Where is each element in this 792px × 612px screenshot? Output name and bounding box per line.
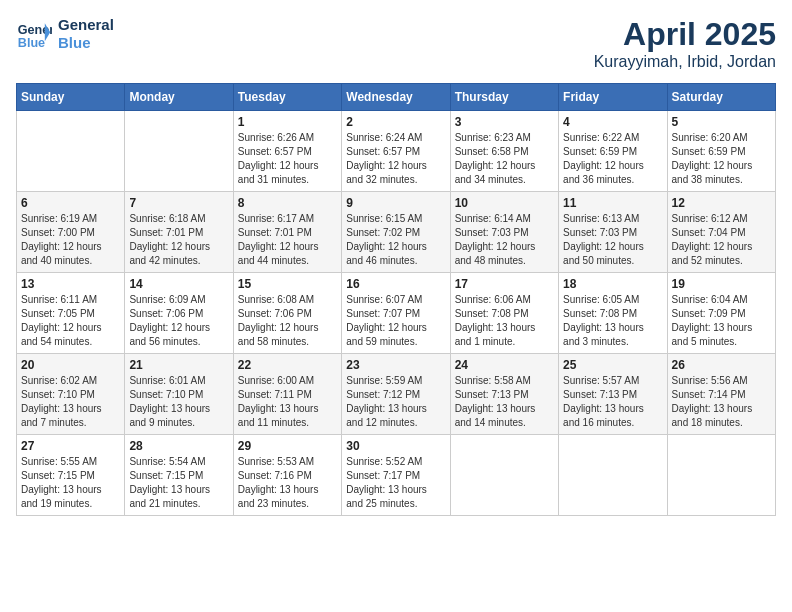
day-number: 18 (563, 277, 662, 291)
calendar-cell: 30Sunrise: 5:52 AM Sunset: 7:17 PM Dayli… (342, 435, 450, 516)
day-number: 12 (672, 196, 771, 210)
day-number: 26 (672, 358, 771, 372)
logo-icon: General Blue (16, 16, 52, 52)
weekday-row: SundayMondayTuesdayWednesdayThursdayFrid… (17, 84, 776, 111)
day-number: 17 (455, 277, 554, 291)
day-number: 11 (563, 196, 662, 210)
day-number: 6 (21, 196, 120, 210)
day-number: 20 (21, 358, 120, 372)
calendar-cell: 16Sunrise: 6:07 AM Sunset: 7:07 PM Dayli… (342, 273, 450, 354)
day-number: 1 (238, 115, 337, 129)
day-detail: Sunrise: 6:19 AM Sunset: 7:00 PM Dayligh… (21, 212, 120, 268)
day-number: 13 (21, 277, 120, 291)
calendar-cell: 10Sunrise: 6:14 AM Sunset: 7:03 PM Dayli… (450, 192, 558, 273)
weekday-header: Monday (125, 84, 233, 111)
day-number: 21 (129, 358, 228, 372)
day-number: 14 (129, 277, 228, 291)
day-number: 25 (563, 358, 662, 372)
calendar-cell: 14Sunrise: 6:09 AM Sunset: 7:06 PM Dayli… (125, 273, 233, 354)
calendar-cell (667, 435, 775, 516)
day-detail: Sunrise: 6:22 AM Sunset: 6:59 PM Dayligh… (563, 131, 662, 187)
day-number: 22 (238, 358, 337, 372)
calendar-cell: 6Sunrise: 6:19 AM Sunset: 7:00 PM Daylig… (17, 192, 125, 273)
calendar-week-row: 6Sunrise: 6:19 AM Sunset: 7:00 PM Daylig… (17, 192, 776, 273)
day-detail: Sunrise: 5:52 AM Sunset: 7:17 PM Dayligh… (346, 455, 445, 511)
weekday-header: Tuesday (233, 84, 341, 111)
calendar-header: SundayMondayTuesdayWednesdayThursdayFrid… (17, 84, 776, 111)
calendar-cell: 17Sunrise: 6:06 AM Sunset: 7:08 PM Dayli… (450, 273, 558, 354)
day-detail: Sunrise: 6:00 AM Sunset: 7:11 PM Dayligh… (238, 374, 337, 430)
day-detail: Sunrise: 5:58 AM Sunset: 7:13 PM Dayligh… (455, 374, 554, 430)
header: General Blue General Blue April 2025 Kur… (16, 16, 776, 71)
day-number: 28 (129, 439, 228, 453)
day-number: 16 (346, 277, 445, 291)
day-detail: Sunrise: 6:09 AM Sunset: 7:06 PM Dayligh… (129, 293, 228, 349)
calendar-cell: 7Sunrise: 6:18 AM Sunset: 7:01 PM Daylig… (125, 192, 233, 273)
weekday-header: Thursday (450, 84, 558, 111)
logo-line2: Blue (58, 34, 114, 52)
calendar-cell (17, 111, 125, 192)
calendar-cell: 27Sunrise: 5:55 AM Sunset: 7:15 PM Dayli… (17, 435, 125, 516)
svg-text:Blue: Blue (18, 36, 45, 50)
calendar-cell: 21Sunrise: 6:01 AM Sunset: 7:10 PM Dayli… (125, 354, 233, 435)
day-detail: Sunrise: 6:14 AM Sunset: 7:03 PM Dayligh… (455, 212, 554, 268)
calendar-cell: 8Sunrise: 6:17 AM Sunset: 7:01 PM Daylig… (233, 192, 341, 273)
day-detail: Sunrise: 6:12 AM Sunset: 7:04 PM Dayligh… (672, 212, 771, 268)
day-detail: Sunrise: 6:04 AM Sunset: 7:09 PM Dayligh… (672, 293, 771, 349)
calendar-cell: 9Sunrise: 6:15 AM Sunset: 7:02 PM Daylig… (342, 192, 450, 273)
day-number: 29 (238, 439, 337, 453)
calendar-body: 1Sunrise: 6:26 AM Sunset: 6:57 PM Daylig… (17, 111, 776, 516)
day-number: 3 (455, 115, 554, 129)
calendar-cell: 2Sunrise: 6:24 AM Sunset: 6:57 PM Daylig… (342, 111, 450, 192)
month-title: April 2025 (594, 16, 776, 53)
calendar-cell: 24Sunrise: 5:58 AM Sunset: 7:13 PM Dayli… (450, 354, 558, 435)
day-detail: Sunrise: 5:59 AM Sunset: 7:12 PM Dayligh… (346, 374, 445, 430)
calendar-cell: 23Sunrise: 5:59 AM Sunset: 7:12 PM Dayli… (342, 354, 450, 435)
day-detail: Sunrise: 5:57 AM Sunset: 7:13 PM Dayligh… (563, 374, 662, 430)
calendar-cell: 18Sunrise: 6:05 AM Sunset: 7:08 PM Dayli… (559, 273, 667, 354)
day-detail: Sunrise: 6:06 AM Sunset: 7:08 PM Dayligh… (455, 293, 554, 349)
day-detail: Sunrise: 5:53 AM Sunset: 7:16 PM Dayligh… (238, 455, 337, 511)
day-number: 2 (346, 115, 445, 129)
calendar-cell: 15Sunrise: 6:08 AM Sunset: 7:06 PM Dayli… (233, 273, 341, 354)
day-detail: Sunrise: 6:08 AM Sunset: 7:06 PM Dayligh… (238, 293, 337, 349)
day-detail: Sunrise: 6:01 AM Sunset: 7:10 PM Dayligh… (129, 374, 228, 430)
day-detail: Sunrise: 6:13 AM Sunset: 7:03 PM Dayligh… (563, 212, 662, 268)
calendar-cell (125, 111, 233, 192)
day-detail: Sunrise: 6:05 AM Sunset: 7:08 PM Dayligh… (563, 293, 662, 349)
day-detail: Sunrise: 6:23 AM Sunset: 6:58 PM Dayligh… (455, 131, 554, 187)
day-detail: Sunrise: 5:56 AM Sunset: 7:14 PM Dayligh… (672, 374, 771, 430)
day-detail: Sunrise: 6:11 AM Sunset: 7:05 PM Dayligh… (21, 293, 120, 349)
calendar-cell: 12Sunrise: 6:12 AM Sunset: 7:04 PM Dayli… (667, 192, 775, 273)
calendar-cell: 25Sunrise: 5:57 AM Sunset: 7:13 PM Dayli… (559, 354, 667, 435)
day-detail: Sunrise: 6:24 AM Sunset: 6:57 PM Dayligh… (346, 131, 445, 187)
day-detail: Sunrise: 6:18 AM Sunset: 7:01 PM Dayligh… (129, 212, 228, 268)
calendar-week-row: 1Sunrise: 6:26 AM Sunset: 6:57 PM Daylig… (17, 111, 776, 192)
weekday-header: Wednesday (342, 84, 450, 111)
calendar-week-row: 13Sunrise: 6:11 AM Sunset: 7:05 PM Dayli… (17, 273, 776, 354)
location-title: Kurayyimah, Irbid, Jordan (594, 53, 776, 71)
logo-line1: General (58, 16, 114, 34)
calendar-cell: 1Sunrise: 6:26 AM Sunset: 6:57 PM Daylig… (233, 111, 341, 192)
day-number: 15 (238, 277, 337, 291)
day-detail: Sunrise: 5:54 AM Sunset: 7:15 PM Dayligh… (129, 455, 228, 511)
calendar-cell (559, 435, 667, 516)
calendar-cell (450, 435, 558, 516)
calendar-cell: 5Sunrise: 6:20 AM Sunset: 6:59 PM Daylig… (667, 111, 775, 192)
day-number: 9 (346, 196, 445, 210)
day-number: 30 (346, 439, 445, 453)
calendar-cell: 4Sunrise: 6:22 AM Sunset: 6:59 PM Daylig… (559, 111, 667, 192)
calendar-cell: 26Sunrise: 5:56 AM Sunset: 7:14 PM Dayli… (667, 354, 775, 435)
calendar-cell: 28Sunrise: 5:54 AM Sunset: 7:15 PM Dayli… (125, 435, 233, 516)
day-number: 10 (455, 196, 554, 210)
logo: General Blue General Blue (16, 16, 114, 52)
calendar-cell: 22Sunrise: 6:00 AM Sunset: 7:11 PM Dayli… (233, 354, 341, 435)
day-number: 23 (346, 358, 445, 372)
day-number: 7 (129, 196, 228, 210)
day-number: 24 (455, 358, 554, 372)
calendar-cell: 20Sunrise: 6:02 AM Sunset: 7:10 PM Dayli… (17, 354, 125, 435)
calendar-cell: 11Sunrise: 6:13 AM Sunset: 7:03 PM Dayli… (559, 192, 667, 273)
calendar-cell: 19Sunrise: 6:04 AM Sunset: 7:09 PM Dayli… (667, 273, 775, 354)
weekday-header: Friday (559, 84, 667, 111)
calendar-week-row: 20Sunrise: 6:02 AM Sunset: 7:10 PM Dayli… (17, 354, 776, 435)
